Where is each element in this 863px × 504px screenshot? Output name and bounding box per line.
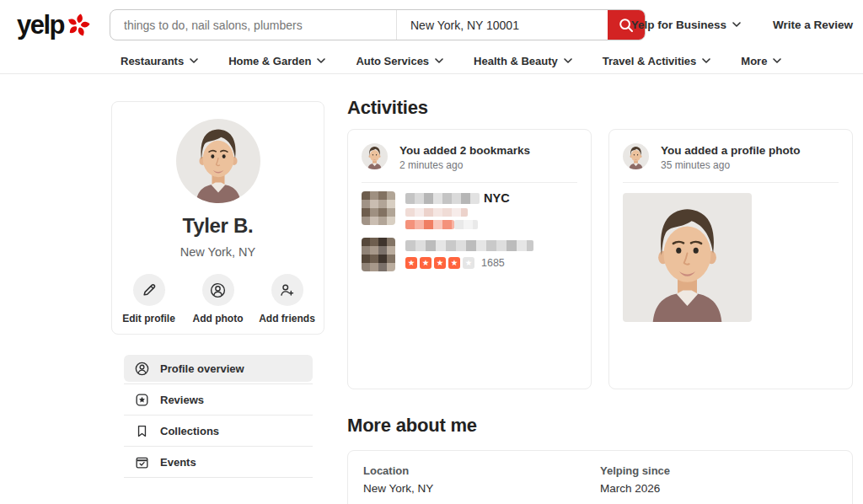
search-input[interactable] (110, 10, 396, 40)
add-friends-button[interactable]: Add friends (257, 274, 318, 324)
chevron-down-icon (702, 58, 710, 63)
yelp-logo[interactable]: yelp (17, 10, 92, 40)
activity-header: You added 2 bookmarks 2 minutes ago (362, 143, 577, 171)
profile-card: Tyler B. New York, NY Edit profile (111, 101, 324, 335)
bookmark-visible-text: NYC (484, 191, 510, 205)
yelp-burst-icon (62, 8, 94, 40)
activity-time: 35 minutes ago (661, 159, 801, 171)
add-friend-icon (278, 281, 296, 299)
sidebar-item-collections[interactable]: Collections (124, 417, 313, 444)
write-review-label: Write a Review (773, 19, 853, 31)
edit-profile-button[interactable]: Edit profile (119, 274, 180, 324)
redacted-text-line (405, 208, 468, 217)
nav-item-label: Health & Beauty (474, 55, 558, 67)
add-friends-circle (271, 274, 303, 306)
activity-avatar[interactable] (623, 143, 649, 169)
bookmark-entry-text: NYC (405, 191, 510, 229)
bookmark-icon (134, 423, 150, 439)
write-review-link[interactable]: Write a Review (773, 19, 853, 31)
location-input[interactable] (397, 10, 608, 40)
star-icon: ★ (420, 257, 432, 269)
profile-photo (176, 119, 260, 203)
bookmark-entry-text: ★ ★ ★ ★ ★ 1685 (405, 238, 533, 271)
sidebar-item-events[interactable]: Events (124, 448, 313, 475)
chevron-down-icon (564, 58, 572, 63)
profile-location: New York, NY (112, 245, 324, 259)
redacted-category-link (405, 220, 454, 229)
star-icon: ★ (434, 257, 446, 269)
edit-profile-circle (133, 274, 165, 306)
nav-item-home-garden[interactable]: Home & Garden (228, 55, 325, 67)
profile-photo (623, 143, 649, 169)
sidebar-item-label: Profile overview (160, 362, 244, 375)
yelp-for-business-link[interactable]: Yelp for Business (631, 19, 741, 31)
bookmark-entry-1[interactable]: NYC (362, 191, 577, 229)
menu-row: Collections (124, 416, 313, 447)
menu-row: Profile overview (124, 353, 313, 384)
profile-name: Tyler B. (112, 214, 324, 238)
chevron-down-icon (773, 58, 781, 63)
redacted-business-thumbnail (362, 238, 395, 271)
bookmark-entry-2[interactable]: ★ ★ ★ ★ ★ 1685 (362, 238, 577, 271)
profile-side-menu: Profile overview Reviews Collections (124, 353, 313, 478)
sidebar-item-label: Collections (160, 425, 219, 437)
profile-photo (362, 143, 388, 169)
profile-photo (623, 193, 752, 322)
more-about-me-title: More about me (347, 415, 477, 437)
review-count: 1685 (481, 257, 505, 269)
more-about-me-card: Location New York, NY Yelping since Marc… (347, 450, 853, 504)
nav-item-restaurants[interactable]: Restaurants (121, 55, 198, 67)
nav-item-label: More (741, 55, 767, 67)
star-icon: ★ (448, 257, 460, 269)
yelp-logo-text: yelp (17, 10, 64, 40)
star-icon: ★ (405, 257, 417, 269)
add-photo-circle (202, 274, 234, 306)
about-field-yelping-since: Yelping since March 2026 (600, 464, 837, 503)
redacted-business-name (405, 240, 533, 251)
activity-card-profile-photo: You added a profile photo 35 minutes ago (608, 129, 853, 389)
nav-item-label: Auto Services (356, 55, 429, 67)
nav-item-travel-activities[interactable]: Travel & Activities (603, 55, 711, 67)
nav-item-more[interactable]: More (741, 55, 781, 67)
nav-item-auto-services[interactable]: Auto Services (356, 55, 443, 67)
user-circle-icon (134, 361, 150, 377)
chevron-down-icon (190, 58, 198, 63)
profile-actions: Edit profile Add photo (112, 274, 324, 324)
yelp-profile-page: yelp (0, 0, 863, 504)
yelp-for-business-label: Yelp for Business (631, 19, 726, 31)
activities-title: Activities (347, 97, 428, 119)
chevron-down-icon (732, 22, 741, 27)
add-photo-button[interactable]: Add photo (188, 274, 249, 324)
menu-row: Events (124, 447, 313, 478)
sidebar-item-label: Reviews (160, 394, 204, 406)
activity-avatar[interactable] (362, 143, 388, 169)
nav-item-health-beauty[interactable]: Health & Beauty (474, 55, 572, 67)
user-circle-icon (209, 281, 227, 299)
redacted-text-line (454, 220, 478, 229)
profile-avatar[interactable] (176, 119, 260, 203)
sidebar-item-reviews[interactable]: Reviews (124, 386, 313, 413)
activity-header: You added a profile photo 35 minutes ago (623, 143, 839, 171)
sidebar-item-label: Events (160, 456, 196, 469)
nav-item-label: Restaurants (121, 55, 184, 67)
card-divider (623, 182, 839, 183)
category-nav: Restaurants Home & Garden Auto Services … (121, 48, 781, 73)
about-field-label: Location (363, 464, 600, 477)
redacted-business-thumbnail (362, 191, 395, 225)
edit-profile-label: Edit profile (119, 313, 180, 324)
chevron-down-icon (317, 58, 325, 63)
add-photo-label: Add photo (188, 313, 249, 324)
about-field-label: Yelping since (600, 464, 837, 477)
sidebar-item-profile-overview[interactable]: Profile overview (124, 355, 313, 382)
nav-item-label: Travel & Activities (603, 55, 697, 67)
redacted-business-name (405, 193, 480, 204)
pencil-icon (141, 281, 158, 298)
star-rating: ★ ★ ★ ★ ★ 1685 (405, 257, 533, 269)
nav-item-label: Home & Garden (228, 55, 311, 67)
activity-time: 2 minutes ago (399, 159, 530, 171)
header-links: Yelp for Business Write a Review (631, 0, 853, 49)
activity-card-bookmarks: You added 2 bookmarks 2 minutes ago NYC (347, 129, 592, 389)
about-field-location: Location New York, NY (363, 464, 600, 503)
add-friends-label: Add friends (257, 313, 318, 324)
uploaded-profile-photo[interactable] (623, 193, 752, 322)
